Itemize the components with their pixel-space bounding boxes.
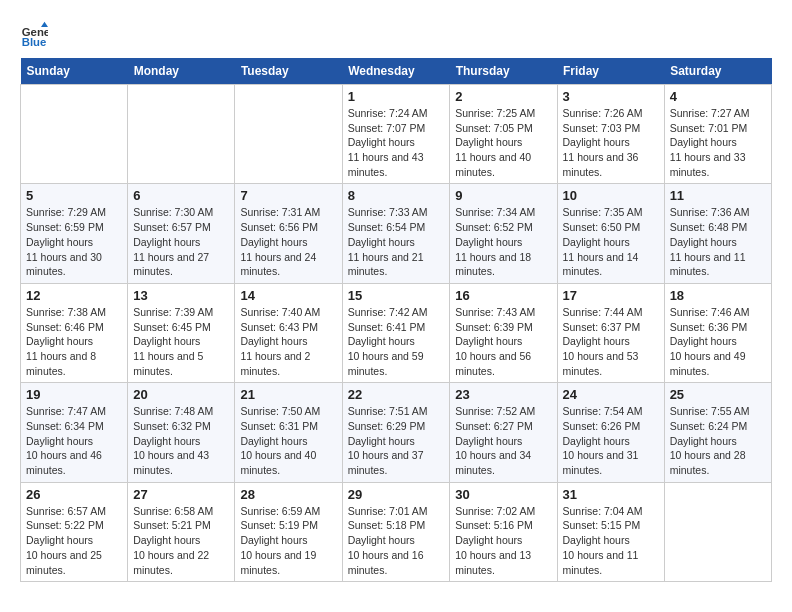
calendar-cell: 12Sunrise: 7:38 AMSunset: 6:46 PMDayligh… bbox=[21, 283, 128, 382]
day-info: Sunrise: 7:39 AMSunset: 6:45 PMDaylight … bbox=[133, 305, 229, 378]
day-info: Sunrise: 7:34 AMSunset: 6:52 PMDaylight … bbox=[455, 205, 551, 278]
day-info: Sunrise: 7:54 AMSunset: 6:26 PMDaylight … bbox=[563, 404, 659, 477]
calendar-cell: 13Sunrise: 7:39 AMSunset: 6:45 PMDayligh… bbox=[128, 283, 235, 382]
calendar-cell: 30Sunrise: 7:02 AMSunset: 5:16 PMDayligh… bbox=[450, 482, 557, 581]
calendar-cell: 14Sunrise: 7:40 AMSunset: 6:43 PMDayligh… bbox=[235, 283, 342, 382]
day-number: 29 bbox=[348, 487, 445, 502]
day-info: Sunrise: 7:31 AMSunset: 6:56 PMDaylight … bbox=[240, 205, 336, 278]
svg-marker-2 bbox=[41, 22, 48, 27]
logo-icon: General Blue bbox=[20, 20, 48, 48]
weekday-header-saturday: Saturday bbox=[664, 58, 771, 85]
day-number: 21 bbox=[240, 387, 336, 402]
day-number: 1 bbox=[348, 89, 445, 104]
day-number: 30 bbox=[455, 487, 551, 502]
calendar-cell: 6Sunrise: 7:30 AMSunset: 6:57 PMDaylight… bbox=[128, 184, 235, 283]
calendar-cell: 24Sunrise: 7:54 AMSunset: 6:26 PMDayligh… bbox=[557, 383, 664, 482]
day-number: 22 bbox=[348, 387, 445, 402]
day-info: Sunrise: 7:46 AMSunset: 6:36 PMDaylight … bbox=[670, 305, 766, 378]
calendar-cell: 21Sunrise: 7:50 AMSunset: 6:31 PMDayligh… bbox=[235, 383, 342, 482]
calendar-cell: 3Sunrise: 7:26 AMSunset: 7:03 PMDaylight… bbox=[557, 85, 664, 184]
weekday-header-thursday: Thursday bbox=[450, 58, 557, 85]
calendar-cell: 28Sunrise: 6:59 AMSunset: 5:19 PMDayligh… bbox=[235, 482, 342, 581]
weekday-header-friday: Friday bbox=[557, 58, 664, 85]
day-info: Sunrise: 7:02 AMSunset: 5:16 PMDaylight … bbox=[455, 504, 551, 577]
day-number: 24 bbox=[563, 387, 659, 402]
day-info: Sunrise: 7:25 AMSunset: 7:05 PMDaylight … bbox=[455, 106, 551, 179]
calendar-cell: 5Sunrise: 7:29 AMSunset: 6:59 PMDaylight… bbox=[21, 184, 128, 283]
calendar-cell bbox=[664, 482, 771, 581]
day-info: Sunrise: 7:38 AMSunset: 6:46 PMDaylight … bbox=[26, 305, 122, 378]
day-info: Sunrise: 7:42 AMSunset: 6:41 PMDaylight … bbox=[348, 305, 445, 378]
day-number: 6 bbox=[133, 188, 229, 203]
day-number: 16 bbox=[455, 288, 551, 303]
calendar-cell: 4Sunrise: 7:27 AMSunset: 7:01 PMDaylight… bbox=[664, 85, 771, 184]
svg-text:Blue: Blue bbox=[22, 36, 47, 48]
day-number: 19 bbox=[26, 387, 122, 402]
day-number: 8 bbox=[348, 188, 445, 203]
day-info: Sunrise: 7:29 AMSunset: 6:59 PMDaylight … bbox=[26, 205, 122, 278]
day-number: 17 bbox=[563, 288, 659, 303]
day-info: Sunrise: 6:58 AMSunset: 5:21 PMDaylight … bbox=[133, 504, 229, 577]
day-info: Sunrise: 7:33 AMSunset: 6:54 PMDaylight … bbox=[348, 205, 445, 278]
day-number: 28 bbox=[240, 487, 336, 502]
day-info: Sunrise: 7:44 AMSunset: 6:37 PMDaylight … bbox=[563, 305, 659, 378]
day-number: 27 bbox=[133, 487, 229, 502]
calendar-cell: 22Sunrise: 7:51 AMSunset: 6:29 PMDayligh… bbox=[342, 383, 450, 482]
calendar-cell: 25Sunrise: 7:55 AMSunset: 6:24 PMDayligh… bbox=[664, 383, 771, 482]
calendar-cell: 1Sunrise: 7:24 AMSunset: 7:07 PMDaylight… bbox=[342, 85, 450, 184]
day-number: 26 bbox=[26, 487, 122, 502]
calendar-cell bbox=[128, 85, 235, 184]
calendar-cell bbox=[21, 85, 128, 184]
day-number: 11 bbox=[670, 188, 766, 203]
calendar-cell: 19Sunrise: 7:47 AMSunset: 6:34 PMDayligh… bbox=[21, 383, 128, 482]
weekday-header-sunday: Sunday bbox=[21, 58, 128, 85]
day-info: Sunrise: 7:01 AMSunset: 5:18 PMDaylight … bbox=[348, 504, 445, 577]
day-info: Sunrise: 7:26 AMSunset: 7:03 PMDaylight … bbox=[563, 106, 659, 179]
day-number: 15 bbox=[348, 288, 445, 303]
day-number: 12 bbox=[26, 288, 122, 303]
calendar-cell: 27Sunrise: 6:58 AMSunset: 5:21 PMDayligh… bbox=[128, 482, 235, 581]
day-info: Sunrise: 7:24 AMSunset: 7:07 PMDaylight … bbox=[348, 106, 445, 179]
calendar-cell: 23Sunrise: 7:52 AMSunset: 6:27 PMDayligh… bbox=[450, 383, 557, 482]
calendar-cell: 31Sunrise: 7:04 AMSunset: 5:15 PMDayligh… bbox=[557, 482, 664, 581]
weekday-header-tuesday: Tuesday bbox=[235, 58, 342, 85]
calendar-cell: 10Sunrise: 7:35 AMSunset: 6:50 PMDayligh… bbox=[557, 184, 664, 283]
day-info: Sunrise: 6:57 AMSunset: 5:22 PMDaylight … bbox=[26, 504, 122, 577]
calendar-table: SundayMondayTuesdayWednesdayThursdayFrid… bbox=[20, 58, 772, 582]
day-number: 5 bbox=[26, 188, 122, 203]
calendar-cell bbox=[235, 85, 342, 184]
day-number: 13 bbox=[133, 288, 229, 303]
day-info: Sunrise: 7:52 AMSunset: 6:27 PMDaylight … bbox=[455, 404, 551, 477]
calendar-cell: 15Sunrise: 7:42 AMSunset: 6:41 PMDayligh… bbox=[342, 283, 450, 382]
day-info: Sunrise: 7:30 AMSunset: 6:57 PMDaylight … bbox=[133, 205, 229, 278]
day-info: Sunrise: 7:36 AMSunset: 6:48 PMDaylight … bbox=[670, 205, 766, 278]
calendar-cell: 17Sunrise: 7:44 AMSunset: 6:37 PMDayligh… bbox=[557, 283, 664, 382]
day-number: 10 bbox=[563, 188, 659, 203]
day-info: Sunrise: 7:51 AMSunset: 6:29 PMDaylight … bbox=[348, 404, 445, 477]
weekday-header-monday: Monday bbox=[128, 58, 235, 85]
weekday-header-wednesday: Wednesday bbox=[342, 58, 450, 85]
day-number: 2 bbox=[455, 89, 551, 104]
day-info: Sunrise: 7:35 AMSunset: 6:50 PMDaylight … bbox=[563, 205, 659, 278]
day-number: 9 bbox=[455, 188, 551, 203]
calendar-cell: 16Sunrise: 7:43 AMSunset: 6:39 PMDayligh… bbox=[450, 283, 557, 382]
day-number: 18 bbox=[670, 288, 766, 303]
calendar-cell: 18Sunrise: 7:46 AMSunset: 6:36 PMDayligh… bbox=[664, 283, 771, 382]
day-info: Sunrise: 7:55 AMSunset: 6:24 PMDaylight … bbox=[670, 404, 766, 477]
day-info: Sunrise: 7:50 AMSunset: 6:31 PMDaylight … bbox=[240, 404, 336, 477]
day-info: Sunrise: 7:40 AMSunset: 6:43 PMDaylight … bbox=[240, 305, 336, 378]
day-info: Sunrise: 7:47 AMSunset: 6:34 PMDaylight … bbox=[26, 404, 122, 477]
day-info: Sunrise: 7:48 AMSunset: 6:32 PMDaylight … bbox=[133, 404, 229, 477]
day-info: Sunrise: 7:43 AMSunset: 6:39 PMDaylight … bbox=[455, 305, 551, 378]
day-number: 4 bbox=[670, 89, 766, 104]
day-info: Sunrise: 7:04 AMSunset: 5:15 PMDaylight … bbox=[563, 504, 659, 577]
day-number: 31 bbox=[563, 487, 659, 502]
calendar-cell: 26Sunrise: 6:57 AMSunset: 5:22 PMDayligh… bbox=[21, 482, 128, 581]
day-number: 7 bbox=[240, 188, 336, 203]
calendar-cell: 8Sunrise: 7:33 AMSunset: 6:54 PMDaylight… bbox=[342, 184, 450, 283]
day-number: 25 bbox=[670, 387, 766, 402]
calendar-cell: 20Sunrise: 7:48 AMSunset: 6:32 PMDayligh… bbox=[128, 383, 235, 482]
calendar-cell: 2Sunrise: 7:25 AMSunset: 7:05 PMDaylight… bbox=[450, 85, 557, 184]
day-number: 23 bbox=[455, 387, 551, 402]
day-info: Sunrise: 7:27 AMSunset: 7:01 PMDaylight … bbox=[670, 106, 766, 179]
